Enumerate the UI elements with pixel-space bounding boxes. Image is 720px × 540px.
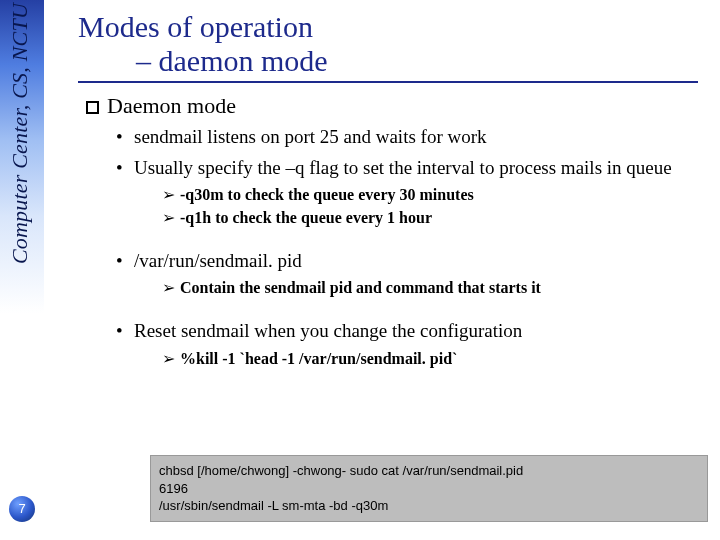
bullet-text: Usually specify the –q flag to set the i… [134,157,672,178]
terminal-line: chbsd [/home/chwong] -chwong- sudo cat /… [159,463,523,478]
bullet-text: -q1h to check the queue every 1 hour [180,209,432,226]
checkbox-bullet-icon [86,101,99,114]
bullet-text: /var/run/sendmail. pid [134,250,302,271]
section-heading: Daemon mode [86,93,708,119]
bullet-list-level1: sendmail listens on port 25 and waits fo… [116,125,708,228]
title-line-1: Modes of operation [78,10,708,44]
terminal-line: 6196 [159,481,188,496]
title-divider [78,81,698,83]
title-line-2: – daemon mode [78,44,708,78]
bullet-text: -q30m to check the queue every 30 minute… [180,186,474,203]
bullet-list-level2: Contain the sendmail pid and command tha… [162,277,708,298]
bullet-text: Reset sendmail when you change the confi… [134,320,522,341]
list-item: -q30m to check the queue every 30 minute… [162,184,708,205]
list-item: sendmail listens on port 25 and waits fo… [116,125,708,149]
list-item: Contain the sendmail pid and command tha… [162,277,708,298]
list-item: %kill -1 `head -1 /var/run/sendmail. pid… [162,348,708,369]
bullet-list-level2: -q30m to check the queue every 30 minute… [162,184,708,228]
terminal-line: /usr/sbin/sendmail -L sm-mta -bd -q30m [159,498,388,513]
bullet-text: sendmail listens on port 25 and waits fo… [134,126,487,147]
page-title: Modes of operation – daemon mode [78,10,708,77]
bullet-text: Contain the sendmail pid and command tha… [180,279,541,296]
list-item: -q1h to check the queue every 1 hour [162,207,708,228]
bullet-list-level2: %kill -1 `head -1 /var/run/sendmail. pid… [162,348,708,369]
section: Daemon mode sendmail listens on port 25 … [86,93,708,369]
list-item: /var/run/sendmail. pid Contain the sendm… [116,249,708,298]
slide: Computer Center, CS, NCTU 7 Modes of ope… [0,0,720,540]
bullet-list-level1: /var/run/sendmail. pid Contain the sendm… [116,249,708,298]
bullet-text: %kill -1 `head -1 /var/run/sendmail. pid… [180,350,457,367]
sidebar-label: Computer Center, CS, NCTU [7,3,33,264]
page-number-badge: 7 [9,496,35,522]
list-item: Usually specify the –q flag to set the i… [116,156,708,229]
sidebar-gradient: Computer Center, CS, NCTU [0,0,44,540]
terminal-output: chbsd [/home/chwong] -chwong- sudo cat /… [150,455,708,522]
list-item: Reset sendmail when you change the confi… [116,319,708,368]
section-heading-text: Daemon mode [107,93,236,118]
bullet-list-level1: Reset sendmail when you change the confi… [116,319,708,368]
